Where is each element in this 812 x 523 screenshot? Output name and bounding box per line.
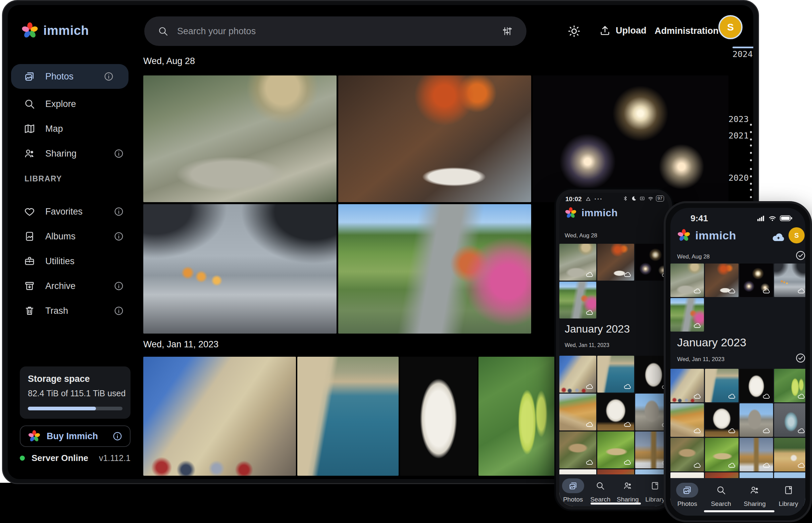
server-status: Server Online: [32, 453, 88, 463]
photo-dinner-table[interactable]: [597, 244, 634, 281]
buy-immich-button[interactable]: Buy Immich: [20, 426, 131, 447]
sidebar-item-albums[interactable]: Albums: [8, 224, 139, 249]
search-bar[interactable]: Search your photos: [144, 16, 526, 46]
photo-cliff-beach[interactable]: [559, 394, 596, 431]
tune-icon[interactable]: [502, 25, 513, 37]
administration-label: Administration: [655, 26, 719, 36]
sidebar-item-explore[interactable]: Explore: [8, 92, 139, 116]
photo-tiered-ornament[interactable]: [774, 403, 805, 437]
nav-sharing[interactable]: Sharing: [614, 479, 642, 503]
photo-lizard-moss[interactable]: [705, 438, 739, 471]
sidebar-item-photos[interactable]: Photos: [11, 64, 128, 89]
info-icon[interactable]: [104, 71, 114, 82]
timeline-year-2021[interactable]: 2021: [728, 131, 753, 141]
photo-sea-grapes[interactable]: [479, 357, 557, 476]
photo-marble-bust[interactable]: [400, 357, 477, 476]
nav-photos[interactable]: Photos: [670, 483, 704, 508]
photo-fireworks[interactable]: [740, 264, 773, 297]
date-header-jan: Wed, Jan 11, 2023: [143, 339, 219, 350]
photo-monkey-enclosure[interactable]: [559, 244, 596, 281]
photo-holding-hands[interactable]: [143, 204, 336, 333]
sidebar-item-sharing[interactable]: Sharing: [8, 141, 139, 166]
info-icon[interactable]: [114, 206, 124, 217]
home-indicator[interactable]: [704, 510, 774, 512]
phone2-statusbar-left: 9:41: [691, 213, 708, 223]
phone-mockup-android: 10:02 ··· 97 immich Wed, Aug 28 January …: [554, 188, 674, 511]
cloud-icon: [797, 461, 805, 469]
timeline-year-2024[interactable]: 2024: [732, 49, 753, 59]
home-indicator[interactable]: [590, 503, 641, 505]
photo-monkey-enclosure[interactable]: [143, 75, 336, 202]
nav-sharing[interactable]: Sharing: [738, 483, 772, 508]
timeline-marker[interactable]: [732, 47, 753, 48]
info-icon[interactable]: [114, 148, 124, 159]
theme-toggle-sun-icon[interactable]: [567, 24, 581, 38]
storage-usage: 82.4 TiB of 115.1 TiB used: [28, 389, 125, 398]
server-version: v1.112.1: [99, 453, 131, 463]
upload-button[interactable]: Upload: [599, 24, 646, 37]
cloud-icon: [586, 420, 593, 429]
timeline-year-2020[interactable]: 2020: [728, 173, 753, 183]
info-icon[interactable]: [114, 281, 124, 291]
photo-coastal-fort[interactable]: [705, 369, 739, 402]
sidebar-item-favorites[interactable]: Favorites: [8, 199, 139, 224]
photo-marble-bust[interactable]: [740, 369, 773, 402]
date-header-aug: Wed, Aug 28: [143, 56, 195, 66]
photo-cliff-beach[interactable]: [670, 403, 704, 437]
cloud-sync-icon[interactable]: [771, 230, 786, 245]
library-icon: [650, 481, 660, 490]
photo-dinner-table[interactable]: [705, 264, 739, 297]
nav-search[interactable]: Search: [704, 483, 738, 508]
nav-library[interactable]: Library: [772, 483, 806, 508]
avatar[interactable]: S: [719, 15, 743, 39]
check-circle-icon[interactable]: [795, 353, 805, 363]
sidebar-item-map[interactable]: Map: [8, 116, 139, 141]
phone2-app: 9:41 immich S Wed, Aug 28 January 2023 W…: [670, 208, 805, 516]
photo-fireworks[interactable]: [533, 75, 728, 202]
photo-lizard-ground[interactable]: [559, 431, 596, 468]
photo-coastal-fort[interactable]: [597, 356, 634, 393]
timeline-year-2023[interactable]: 2023: [728, 114, 753, 124]
photo-sea-grapes[interactable]: [774, 369, 805, 402]
nav-search[interactable]: Search: [587, 479, 615, 503]
photo-stone-ruin[interactable]: [740, 403, 773, 437]
administration-link[interactable]: Administration: [655, 26, 719, 36]
phone2-avatar[interactable]: S: [789, 227, 805, 244]
photo-marble-sculpture[interactable]: [705, 403, 739, 437]
photo-fortress-walls[interactable]: [670, 369, 704, 402]
search-icon: [595, 481, 605, 490]
sidebar-item-utilities[interactable]: Utilities: [8, 249, 139, 274]
app-logo[interactable]: immich: [21, 22, 89, 39]
trash-icon: [24, 305, 35, 317]
phone1-statusbar-right: 97: [622, 196, 664, 201]
photo-monkey-enclosure[interactable]: [670, 264, 704, 297]
photo-coastal-fort[interactable]: [297, 357, 399, 476]
cloud-icon: [693, 287, 701, 295]
utilities-icon: [24, 255, 35, 267]
phone2-date-jan: Wed, Jan 11, 2023: [677, 356, 724, 363]
photo-fortress-walls[interactable]: [143, 357, 296, 476]
photo-holding-hands[interactable]: [774, 264, 805, 297]
cloud-icon: [762, 287, 771, 295]
photo-dinner-table[interactable]: [338, 75, 531, 202]
info-icon[interactable]: [114, 231, 124, 241]
photo-winter-church[interactable]: [740, 438, 773, 471]
sidebar-item-archive[interactable]: Archive: [8, 274, 139, 299]
cloud-icon: [762, 461, 771, 469]
check-circle-icon[interactable]: [795, 250, 805, 261]
info-icon[interactable]: [113, 431, 122, 441]
sidebar-item-trash[interactable]: Trash: [8, 299, 139, 323]
phone2-logo: immich: [677, 229, 736, 242]
photo-marble-sculpture[interactable]: [597, 394, 634, 431]
info-icon[interactable]: [114, 306, 124, 316]
cloud-icon: [586, 382, 593, 391]
photo-lizard-moss[interactable]: [597, 431, 634, 468]
nav-photos[interactable]: Photos: [559, 479, 587, 503]
photo-garden-path[interactable]: [338, 204, 531, 333]
photo-fortress-walls[interactable]: [559, 356, 596, 393]
search-icon: [716, 485, 726, 495]
photo-alpine-village[interactable]: [774, 438, 805, 471]
photo-garden-path[interactable]: [559, 282, 596, 319]
photo-lizard-ground[interactable]: [670, 438, 704, 471]
photo-garden-path[interactable]: [670, 298, 704, 331]
